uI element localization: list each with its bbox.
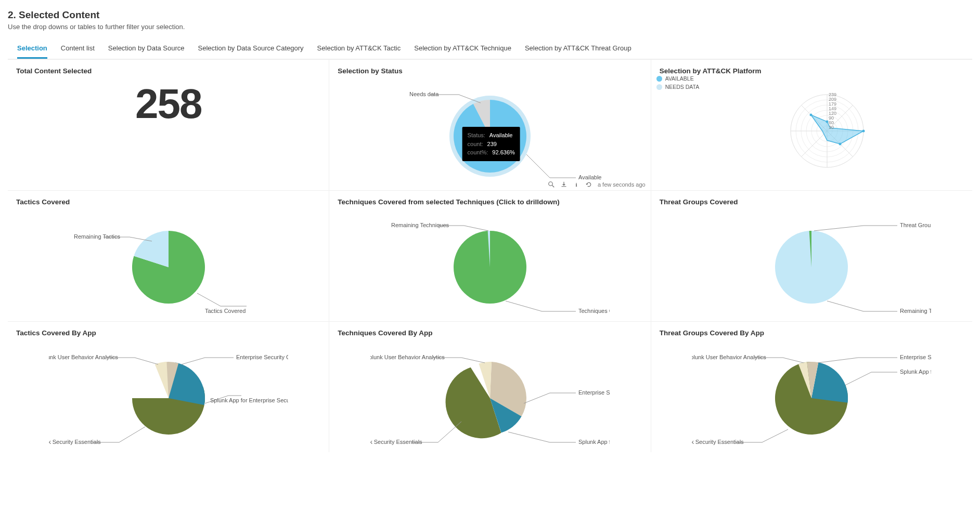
tactics-app-label-es: Splunk App for Enterprise Security	[210, 397, 288, 403]
tab-by-attack-technique[interactable]: Selection by ATT&CK Technique	[414, 40, 511, 59]
panel-title: Total Content Selected	[16, 67, 320, 75]
panel-timestamp: a few seconds ago	[598, 181, 646, 188]
techniques-label-remaining: Remaining Techniques	[391, 222, 449, 228]
tab-by-data-source-category[interactable]: Selection by Data Source Category	[198, 40, 304, 59]
threat-app-label-escu: Enterprise Security Content Update	[900, 354, 931, 360]
panel-threat-groups-covered-by-app: Threat Groups Covered By App Splunk U	[651, 322, 972, 452]
tab-by-data-source[interactable]: Selection by Data Source	[108, 40, 185, 59]
section-subtitle: Use the drop downs or tables to further …	[8, 23, 972, 31]
panel-total-content: Total Content Selected 258	[8, 60, 329, 190]
platform-radar-chart[interactable]: 239 209 179 149 120 90 60 30	[692, 79, 931, 178]
threat-app-label-sse: Splunk Security Essentials	[692, 439, 744, 445]
tech-app-label-uba: Splunk User Behavior Analytics	[370, 354, 445, 360]
download-icon[interactable]	[560, 181, 568, 188]
tech-app-label-escu: Enterprise Security Content Update	[578, 389, 610, 396]
panel-title: Threat Groups Covered	[660, 198, 964, 206]
techniques-label-covered: Techniques Covered	[578, 308, 610, 314]
panel-title: Techniques Covered from selected Techniq…	[338, 198, 642, 206]
panel-toolbar: i a few seconds ago	[548, 181, 646, 188]
svg-line-15	[802, 131, 828, 157]
panel-title: Selection by ATT&CK Platform	[660, 67, 964, 75]
tactics-app-label-sse: Splunk Security Essentials	[49, 439, 101, 445]
tactics-label-remaining: Remaining Tactics	[74, 233, 121, 240]
tab-by-attack-threat-group[interactable]: Selection by ATT&CK Threat Group	[525, 40, 631, 59]
panel-title: Tactics Covered By App	[16, 329, 320, 337]
svg-point-20	[862, 130, 865, 133]
svg-line-2	[552, 186, 554, 188]
tech-app-label-sse: Splunk Security Essentials	[370, 439, 422, 445]
panel-threat-groups-covered: Threat Groups Covered Threat Groups Cove…	[651, 191, 972, 321]
svg-point-1	[549, 182, 553, 186]
tab-by-attack-tactic[interactable]: Selection by ATT&CK Tactic	[317, 40, 401, 59]
refresh-icon[interactable]	[585, 181, 592, 188]
threat-app-label-es: Splunk App for Enterprise Security	[900, 369, 931, 375]
panel-title: Techniques Covered By App	[338, 329, 642, 337]
tab-content-list[interactable]: Content list	[61, 40, 95, 59]
tabs-bar: Selection Content list Selection by Data…	[8, 40, 972, 59]
status-label-needs: Needs data	[409, 91, 439, 97]
tactics-label-covered: Tactics Covered	[205, 308, 246, 314]
panel-title: Selection by Status	[338, 67, 642, 75]
techniques-app-pie-chart[interactable]: Splunk User Behavior Analytics Enterpris…	[370, 341, 610, 445]
status-tooltip: Status:Available count:239 count%:92.636…	[462, 127, 520, 161]
svg-point-22	[810, 114, 813, 116]
panel-selection-by-platform: Selection by ATT&CK Platform AVAILABLE N…	[651, 60, 972, 190]
threat-app-label-uba: Splunk User Behavior Analytics	[692, 354, 766, 360]
svg-point-21	[839, 143, 842, 146]
threat-app-pie-chart[interactable]: Splunk User Behavior Analytics Enterpris…	[692, 341, 931, 445]
total-content-value: 258	[16, 80, 320, 128]
tactics-app-pie-chart[interactable]: Splunk User Behavior Analytics Enterpris…	[49, 341, 288, 445]
panel-techniques-covered: Techniques Covered from selected Techniq…	[329, 191, 650, 321]
panel-tactics-covered: Tactics Covered Remaining Tactics Tactic…	[8, 191, 329, 321]
threat-groups-pie-chart[interactable]: Threat Groups Covered Remaining Threat G…	[692, 210, 931, 314]
techniques-pie-chart[interactable]: Remaining Techniques Techniques Covered	[370, 210, 610, 314]
threatgroups-label-remaining: Remaining Threat Groups	[900, 308, 931, 314]
search-icon[interactable]	[548, 181, 555, 188]
tab-selection[interactable]: Selection	[17, 40, 47, 59]
panel-title: Threat Groups Covered By App	[660, 329, 964, 337]
panel-techniques-covered-by-app: Techniques Covered By App Splunk User	[329, 322, 650, 452]
svg-text:30: 30	[829, 125, 834, 130]
tech-app-label-es: Splunk App for Enterprise Security	[578, 439, 610, 445]
tactics-pie-chart[interactable]: Remaining Tactics Tactics Covered	[49, 210, 288, 314]
panel-selection-by-status: Selection by Status Needs data Av	[329, 60, 650, 190]
svg-point-19	[826, 121, 829, 123]
threatgroups-label-covered: Threat Groups Covered	[900, 222, 931, 228]
status-label-available: Available	[578, 174, 601, 180]
info-icon[interactable]: i	[573, 181, 580, 188]
panel-tactics-covered-by-app: Tactics Covered By App Splunk User Be	[8, 322, 329, 452]
tactics-app-label-escu: Enterprise Security Content Update	[236, 354, 288, 360]
tactics-app-label-uba: Splunk User Behavior Analytics	[49, 354, 118, 360]
panel-title: Tactics Covered	[16, 198, 320, 206]
section-title: 2. Selected Content	[8, 9, 972, 21]
